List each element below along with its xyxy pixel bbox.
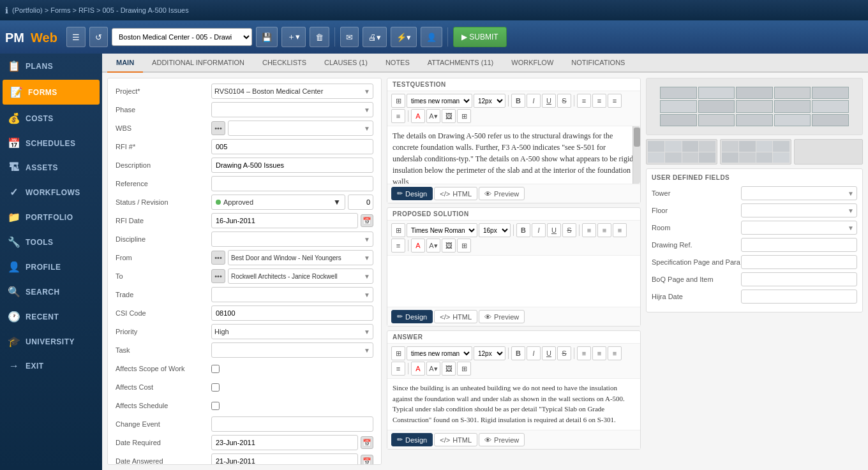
date-required-input[interactable]	[211, 435, 358, 450]
testquestion-table-btn[interactable]: ⊞	[457, 109, 471, 123]
history-btn[interactable]: ↺	[89, 27, 108, 47]
proposed-preview-tab[interactable]: 👁 Preview	[479, 310, 525, 323]
tab-notes[interactable]: NOTES	[377, 54, 419, 73]
delete-btn[interactable]: 🗑	[310, 27, 329, 47]
testquestion-align-right-btn[interactable]: ≡	[608, 94, 622, 108]
answer-font-select[interactable]: times new roman	[407, 346, 472, 360]
spec-page-input[interactable]	[741, 255, 857, 269]
sidebar-item-schedules[interactable]: 📅 SCHEDULES	[0, 131, 102, 156]
list-btn[interactable]: ☰	[66, 27, 86, 47]
proposed-image-btn[interactable]: 🖼	[442, 239, 456, 253]
sidebar-item-portfolio[interactable]: 📁 PORTFOLIO	[0, 205, 102, 230]
proposed-align-left-btn[interactable]: ≡	[582, 223, 596, 237]
testquestion-align-left-btn[interactable]: ≡	[577, 94, 591, 108]
sidebar-item-costs[interactable]: 💰 COSTS	[0, 106, 102, 131]
reference-input[interactable]	[211, 176, 373, 191]
email-btn[interactable]: ✉	[340, 27, 359, 47]
answer-size-select[interactable]: 12px	[474, 346, 505, 360]
tab-workflow[interactable]: WORKFLOW	[502, 54, 562, 73]
save-btn[interactable]: 💾	[256, 27, 278, 47]
answer-align-right-btn[interactable]: ≡	[608, 346, 622, 360]
phase-select[interactable]: ▼	[211, 102, 373, 117]
answer-underline-btn[interactable]: U	[542, 346, 556, 360]
affects-cost-checkbox[interactable]	[211, 383, 220, 392]
submit-btn[interactable]: ▶ SUBMIT	[453, 27, 507, 47]
rfi-date-calendar-icon[interactable]: 📅	[361, 214, 373, 227]
project-selector[interactable]: Boston Medical Center - 005 - Drawi	[112, 28, 252, 46]
proposed-strikethrough-btn[interactable]: S	[562, 223, 576, 237]
proposed-bold-btn[interactable]: B	[516, 223, 530, 237]
add-btn[interactable]: ＋▾	[281, 27, 306, 47]
change-event-input[interactable]	[211, 416, 373, 432]
proposed-font-select[interactable]: Times New Roman	[407, 223, 477, 237]
tab-main[interactable]: MAIN	[107, 54, 143, 73]
csi-input[interactable]	[211, 305, 373, 321]
description-input[interactable]	[211, 158, 373, 173]
answer-image-btn[interactable]: 🖼	[442, 362, 456, 376]
answer-font-color-btn[interactable]: A	[411, 362, 425, 376]
wbs-dots-btn[interactable]: •••	[211, 121, 225, 135]
proposed-italic-btn[interactable]: I	[532, 223, 546, 237]
testquestion-content[interactable]: The details on Drawing A-500 refer us to…	[387, 126, 640, 184]
rfi-input[interactable]	[211, 139, 373, 154]
testquestion-preview-tab[interactable]: 👁 Preview	[479, 187, 525, 200]
proposed-size-select[interactable]: 16px	[479, 223, 511, 237]
rfi-date-input[interactable]	[211, 213, 358, 228]
sidebar-item-tools[interactable]: 🔧 TOOLS	[0, 230, 102, 254]
testquestion-justify-btn[interactable]: ≡	[391, 109, 405, 123]
answer-align-center-btn[interactable]: ≡	[592, 346, 606, 360]
from-dots-btn[interactable]: •••	[211, 251, 225, 265]
sidebar-item-exit[interactable]: → EXIT	[0, 354, 102, 378]
date-answered-calendar-icon[interactable]: 📅	[361, 455, 373, 465]
person-btn[interactable]: 👤	[421, 27, 442, 47]
sidebar-item-forms[interactable]: 📝 FORMS	[3, 80, 100, 105]
tower-select[interactable]: ▼	[741, 186, 857, 200]
sidebar-item-workflows[interactable]: ✓ WORKFLOWS	[0, 180, 102, 205]
answer-highlight-btn[interactable]: A▾	[426, 362, 440, 376]
to-select[interactable]: Rockwell Architects - Janice Rockwell ▼	[228, 268, 373, 284]
answer-strikethrough-btn[interactable]: S	[557, 346, 571, 360]
tab-clauses[interactable]: CLAUSES (1)	[315, 54, 377, 73]
task-select[interactable]: ▼	[211, 342, 373, 358]
testquestion-highlight-btn[interactable]: A▾	[426, 109, 440, 123]
testquestion-underline-btn[interactable]: U	[542, 94, 556, 108]
project-select[interactable]: RVS0104 – Boston Medical Center ▼	[211, 84, 373, 99]
testquestion-image-btn[interactable]: 🖼	[442, 109, 456, 123]
sidebar-item-profile[interactable]: 👤 PROFILE	[0, 254, 102, 279]
room-select[interactable]: ▼	[741, 221, 857, 235]
answer-italic-btn[interactable]: I	[527, 346, 541, 360]
testquestion-font-color-btn[interactable]: A	[411, 109, 425, 123]
testquestion-html-tab[interactable]: </> HTML	[434, 187, 477, 200]
sidebar-item-university[interactable]: 🎓 UNIVERSITY	[0, 329, 102, 354]
proposed-table-btn[interactable]: ⊞	[457, 239, 471, 253]
answer-bold-btn[interactable]: B	[511, 346, 525, 360]
floor-select[interactable]: ▼	[741, 203, 857, 217]
proposed-highlight-btn[interactable]: A▾	[426, 239, 440, 253]
proposed-design-tab[interactable]: ✏ Design	[391, 310, 433, 323]
sidebar-item-search[interactable]: 🔍 SEARCH	[0, 279, 102, 304]
tab-attachments[interactable]: ATTACHMENTS (11)	[419, 54, 503, 73]
hijra-input[interactable]	[741, 290, 857, 304]
testquestion-strikethrough-btn[interactable]: S	[557, 94, 571, 108]
lightning-btn[interactable]: ⚡▾	[391, 27, 417, 47]
wbs-select[interactable]: ▼	[228, 121, 373, 136]
to-dots-btn[interactable]: •••	[211, 269, 225, 283]
sidebar-item-assets[interactable]: 🏗 ASSETS	[0, 156, 102, 180]
proposed-html-tab[interactable]: </> HTML	[434, 310, 477, 323]
proposed-source-btn[interactable]: ⊞	[391, 223, 405, 237]
affects-schedule-checkbox[interactable]	[211, 402, 220, 410]
drawing-ref-input[interactable]	[741, 238, 857, 252]
answer-html-tab[interactable]: </> HTML	[434, 433, 477, 446]
answer-content[interactable]: Since the building is an unheated buildi…	[387, 379, 640, 430]
proposed-font-color-btn[interactable]: A	[411, 239, 425, 253]
date-answered-input[interactable]	[211, 453, 358, 465]
testquestion-scrollbar[interactable]	[632, 126, 640, 184]
proposed-align-center-btn[interactable]: ≡	[597, 223, 611, 237]
sidebar-item-recent[interactable]: 🕐 RECENT	[0, 304, 102, 329]
testquestion-align-center-btn[interactable]: ≡	[592, 94, 606, 108]
sidebar-item-plans[interactable]: 📋 PLANS	[0, 54, 102, 78]
answer-align-left-btn[interactable]: ≡	[577, 346, 591, 360]
answer-source-btn[interactable]: ⊞	[391, 346, 405, 360]
priority-select[interactable]: High ▼	[211, 324, 373, 339]
tab-notifications[interactable]: NOTIFICATIONS	[562, 54, 634, 73]
